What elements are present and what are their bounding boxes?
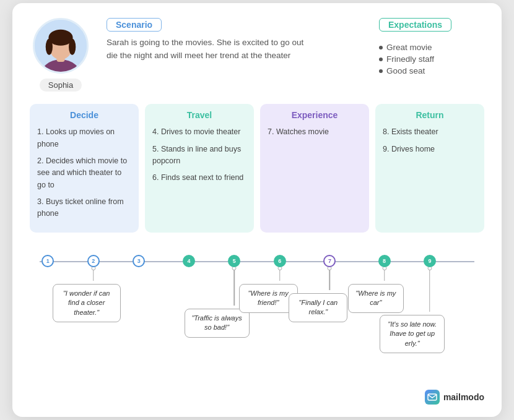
phase-title-travel: Travel	[152, 110, 246, 120]
timeline-node-6: 6	[274, 255, 286, 267]
scenario-label: Scenario	[107, 18, 162, 32]
phase-decide: Decide 1. Looks up movies on phone 2. De…	[30, 104, 139, 233]
connector-line	[384, 270, 385, 281]
connector-line	[93, 270, 94, 281]
list-item: 8. Exists theater	[383, 126, 477, 138]
timeline-node-7: 7	[323, 255, 336, 267]
timeline-node-4: 4	[183, 255, 195, 267]
bullet-icon	[379, 58, 383, 61]
bullet-icon	[379, 46, 383, 49]
list-item: 6. Finds seat next to friend	[152, 172, 246, 184]
timeline-line	[40, 261, 474, 262]
list-item: 7. Watches movie	[268, 126, 362, 138]
svg-point-5	[46, 39, 53, 55]
phase-steps-experience: 7. Watches movie	[268, 126, 362, 138]
scenario-text: Sarah is going to the movies. She is exc…	[107, 36, 305, 62]
svg-rect-7	[428, 394, 437, 400]
thought-bubble: "I wonder if can find a closer theater."	[53, 284, 121, 322]
avatar-area: Sophia	[30, 18, 92, 92]
connector-line	[234, 270, 235, 306]
list-item: 9. Drives home	[383, 144, 477, 155]
timeline-node-8: 8	[378, 255, 391, 267]
list-item: Good seat	[379, 65, 484, 77]
top-section: Sophia Scenario Sarah is going to the mo…	[30, 18, 484, 92]
phase-title-experience: Experience	[268, 110, 362, 120]
thought-bubble: "Finally I can relax."	[289, 293, 347, 322]
timeline-node-2: 2	[87, 255, 100, 267]
scenario-area: Scenario Sarah is going to the movies. S…	[107, 18, 364, 62]
mailmodo-logo: mailmodo	[425, 390, 484, 405]
avatar-name: Sophia	[40, 79, 82, 92]
phases-row: Decide 1. Looks up movies on phone 2. De…	[30, 104, 484, 233]
thought-bubble: "Where is my car"	[348, 284, 404, 313]
phase-steps-travel: 4. Drives to movie theater 5. Stands in …	[152, 126, 246, 184]
thought-bubble: "It's so late now. Ihave to get up erly.…	[380, 315, 445, 353]
phase-title-decide: Decide	[37, 110, 131, 120]
connector-line	[329, 270, 331, 290]
timeline-node-3: 3	[133, 255, 145, 267]
avatar	[33, 18, 89, 74]
mailmodo-text: mailmodo	[443, 392, 484, 402]
list-item: Frinedly staff	[379, 53, 484, 65]
list-item: 3. Buys ticket online from phone	[37, 196, 131, 220]
list-item: Great movie	[379, 41, 484, 53]
mailmodo-icon	[425, 390, 440, 405]
timeline-node-5: 5	[228, 255, 240, 267]
expectations-label: Expectations	[379, 18, 451, 32]
phase-travel: Travel 4. Drives to movie theater 5. Sta…	[145, 104, 254, 233]
connector-line	[279, 270, 281, 281]
list-item: 5. Stands in line and buys popcorn	[152, 144, 246, 168]
main-card: Sophia Scenario Sarah is going to the mo…	[12, 3, 502, 417]
expectations-list: Great movie Frinedly staff Good seat	[379, 41, 484, 77]
list-item: 4. Drives to movie theater	[152, 126, 246, 138]
bullet-icon	[379, 69, 383, 73]
phase-steps-decide: 1. Looks up movies on phone 2. Decides w…	[37, 126, 131, 220]
footer: mailmodo	[30, 386, 484, 405]
phase-title-return: Return	[383, 110, 477, 120]
svg-point-6	[69, 39, 76, 55]
timeline-node-9: 9	[424, 255, 436, 267]
timeline-section: 123456789"I wonder if can find a closer …	[30, 244, 484, 380]
connector-line	[429, 270, 430, 312]
phase-return: Return 8. Exists theater 9. Drives home	[375, 104, 484, 233]
expectations-area: Expectations Great movie Frinedly staff …	[379, 18, 484, 77]
phase-steps-return: 8. Exists theater 9. Drives home	[383, 126, 477, 155]
phase-experience: Experience 7. Watches movie	[260, 104, 369, 233]
timeline-node-1: 1	[41, 255, 54, 267]
thought-bubble: "Traffic is always so bad!"	[185, 309, 250, 338]
list-item: 1. Looks up movies on phone	[37, 126, 131, 150]
list-item: 2. Decides which movie to see and which …	[37, 155, 131, 191]
